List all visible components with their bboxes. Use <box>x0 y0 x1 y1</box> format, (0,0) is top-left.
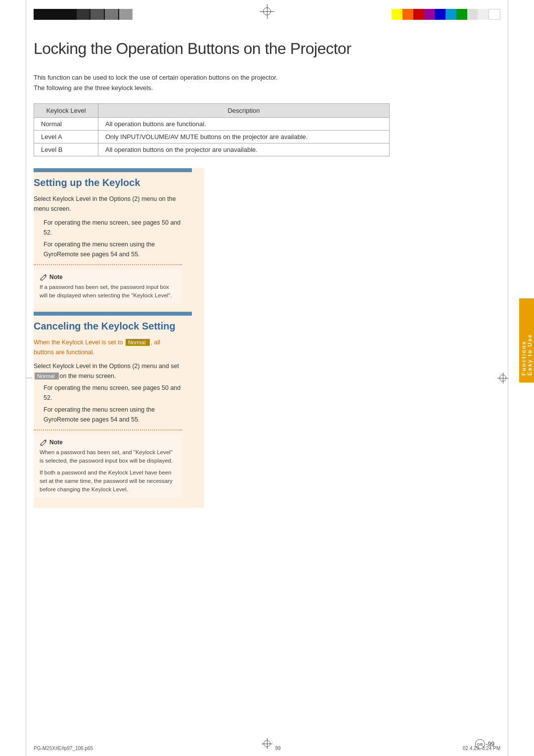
canceling-title: Canceling the Keylock Setting <box>34 320 182 332</box>
table-cell-level: Level B <box>34 143 98 156</box>
canceling-note-box: Note When a password has been set, and "… <box>34 434 182 498</box>
setting-body3: For operating the menu screen using the … <box>34 239 182 259</box>
table-cell-desc: Only INPUT/VOLUME/AV MUTE buttons on the… <box>98 130 390 143</box>
setting-note-box: Note If a password has been set, the pas… <box>34 269 182 304</box>
canceling-body3: For operating the menu screen, see pages… <box>34 383 182 403</box>
normal-inline: Normal <box>35 373 59 379</box>
table-row: Level A Only INPUT/VOLUME/AV MUTE button… <box>34 130 390 143</box>
intro-text: This function can be used to lock the us… <box>34 73 404 94</box>
note-title: Note <box>40 273 176 281</box>
setting-body1: Select Keylock Level in the Options (2) … <box>34 194 182 214</box>
table-header-desc: Description <box>98 103 390 117</box>
canceling-orange-line: When the Keylock Level is set to Normal … <box>34 337 182 357</box>
sidebar-label: Easy to Use Functions <box>521 305 533 376</box>
footer-left: PG-M25X#E#p97_106.p65 <box>34 746 93 751</box>
sidebar-tab: Easy to Use Functions <box>519 298 534 382</box>
table-row: Level B All operation buttons on the pro… <box>34 143 390 156</box>
table-row: Normal All operation buttons are functio… <box>34 117 390 130</box>
footer-center: 99 <box>275 746 280 751</box>
note-icon <box>40 273 47 281</box>
main-content: Locking the Operation Buttons on the Pro… <box>34 35 500 731</box>
page-badge: GB <box>475 739 485 749</box>
canceling-body1: Select Keylock Level in the Options (2) … <box>34 361 182 381</box>
setting-title: Setting up the Keylock <box>34 176 182 189</box>
setting-note-text: If a password has been set, the password… <box>40 283 176 300</box>
canceling-note-text1: When a password has been set, and "Keylo… <box>40 448 176 466</box>
setting-header-bar <box>34 168 192 172</box>
setting-body2: For operating the menu screen, see pages… <box>34 218 182 237</box>
two-col-layout: Setting up the Keylock Select Keylock Le… <box>34 168 500 508</box>
table-header-level: Keylock Level <box>34 103 98 117</box>
intro-line2: The following are the three keylock leve… <box>34 84 153 92</box>
setting-section: Setting up the Keylock Select Keylock Le… <box>34 168 204 304</box>
table-cell-level: Level A <box>34 130 98 143</box>
canceling-note-text2: If both a password and the Keylock Level… <box>40 469 176 494</box>
canceling-header-bar <box>34 312 192 316</box>
keylock-table: Keylock Level Description Normal All ope… <box>34 103 390 156</box>
page-number-val: 99 <box>488 741 494 748</box>
page-title: Locking the Operation Buttons on the Pro… <box>34 40 500 58</box>
table-cell-desc: All operation buttons on the projector a… <box>98 143 390 156</box>
canceling-section: Canceling the Keylock Setting When the K… <box>34 304 204 498</box>
canceling-dotted-separator <box>34 429 182 430</box>
right-column <box>204 168 500 508</box>
canceling-note-icon <box>40 438 47 446</box>
canceling-note-title: Note <box>40 438 176 446</box>
normal-badge: Normal <box>126 339 150 346</box>
table-cell-level: Normal <box>34 117 98 130</box>
table-cell-desc: All operation buttons are functional. <box>98 117 390 130</box>
dotted-separator <box>34 264 182 265</box>
left-column: Setting up the Keylock Select Keylock Le… <box>34 168 204 508</box>
page-footer: PG-M25X#E#p97_106.p65 99 02.4.29, 3:24 P… <box>34 746 500 751</box>
page-number-area: GB - 99 <box>475 739 494 749</box>
canceling-body4: For operating the menu screen using the … <box>34 405 182 425</box>
intro-line1: This function can be used to lock the us… <box>34 74 278 81</box>
